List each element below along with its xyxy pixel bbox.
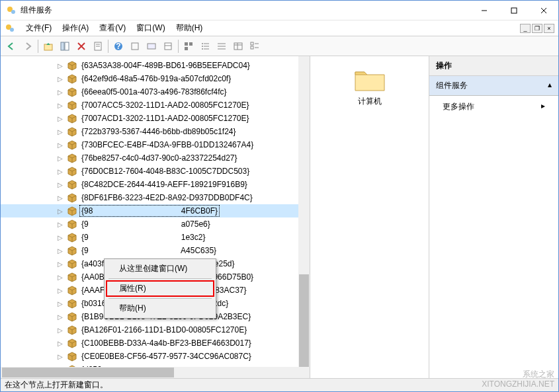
tb-button-2[interactable] xyxy=(144,38,159,54)
menu-window[interactable]: 窗口(W) xyxy=(131,21,170,35)
tree-item[interactable]: ▷{8C482DCE-2644-4419-AEFF-189219F916B9} xyxy=(1,178,310,191)
tree-item[interactable]: ▷{7007ACC5-3202-11D1-AAD2-00805FC1270E} xyxy=(1,98,310,112)
scroll-thumb[interactable] xyxy=(299,274,309,367)
menu-action[interactable]: 操作(A) xyxy=(57,21,94,35)
expander-icon[interactable]: ▷ xyxy=(56,340,64,347)
svg-rect-38 xyxy=(251,46,253,49)
content-item-label[interactable]: 计算机 xyxy=(317,96,422,107)
tb-button-3[interactable] xyxy=(160,38,176,54)
svg-rect-18 xyxy=(132,43,138,50)
expander-icon[interactable]: ▷ xyxy=(56,155,64,162)
tree-item[interactable]: ▷{98 4F6CB0F} xyxy=(1,204,310,217)
expander-icon[interactable]: ▷ xyxy=(56,141,64,149)
minimize-button[interactable] xyxy=(469,1,499,20)
package-icon xyxy=(67,139,77,150)
expander-icon[interactable]: ▷ xyxy=(56,89,64,96)
tree-item[interactable]: ▷{8DF61FB6-3223-4E2D-8A92-D937DDB0DF4C} xyxy=(1,191,310,204)
expander-icon[interactable]: ▷ xyxy=(56,115,64,122)
close-button[interactable] xyxy=(529,1,558,20)
tree-item[interactable]: ▷{730BFCEC-E4BF-4D3A-9FBB-01DD132467A4} xyxy=(1,138,310,151)
expander-icon[interactable]: ▷ xyxy=(56,247,64,255)
more-actions[interactable]: 更多操作 ▸ xyxy=(429,96,558,118)
expander-icon[interactable]: ▷ xyxy=(56,260,64,268)
tree-item[interactable]: ▷{642ef9d6-48a5-476b-919a-a507cfd02c0f} xyxy=(1,72,310,85)
svg-rect-8 xyxy=(44,44,52,50)
view-detail[interactable] xyxy=(230,38,246,54)
expander-icon[interactable]: ▷ xyxy=(56,221,64,228)
package-icon xyxy=(67,166,77,176)
menubar-app-icon xyxy=(5,23,15,34)
expander-icon[interactable]: ▷ xyxy=(56,300,64,307)
tb-button-1[interactable] xyxy=(127,38,143,54)
tree-item-label: {BA126F01-2166-11D1-B1D0-00805FC1270E} xyxy=(80,325,248,335)
horizontal-scrollbar[interactable] xyxy=(1,367,298,378)
tree-item[interactable]: ▷{CE0E0BE8-CF56-4577-9577-34CC96AC087C} xyxy=(1,350,310,363)
expander-icon[interactable]: ▷ xyxy=(56,234,64,241)
menu-file[interactable]: 文件(F) xyxy=(21,21,57,35)
tree-item[interactable]: ▷{63A53A38-004F-489B-BD61-96B5EEFADC04} xyxy=(1,59,310,72)
more-actions-label: 更多操作 xyxy=(443,101,474,112)
tree-item[interactable]: ▷{BA126F01-2166-11D1-B1D0-00805FC1270E} xyxy=(1,323,310,336)
ctx-properties[interactable]: 属性(R) xyxy=(106,280,214,297)
tree-panel[interactable]: ▷{63A53A38-004F-489B-BD61-96B5EEFADC04}▷… xyxy=(1,56,310,378)
tree-item[interactable]: ▷{9 a075e6} xyxy=(1,217,310,231)
tree-item[interactable]: ▷{66eea0f5-001a-4073-a496-783f86fcf4fc} xyxy=(1,85,310,98)
scroll-thumb[interactable] xyxy=(2,368,174,377)
tree-item-label: {C100BEBB-D33A-4a4b-BF23-BBEF4663D017} xyxy=(80,338,253,348)
collapse-icon[interactable]: ▴ xyxy=(548,80,552,91)
tree-item[interactable]: ▷{9 1e3c2} xyxy=(1,231,310,244)
actions-section[interactable]: 组件服务 ▴ xyxy=(429,76,558,96)
expander-icon[interactable]: ▷ xyxy=(56,62,64,69)
mdi-restore[interactable]: ❐ xyxy=(532,24,542,33)
expander-icon[interactable]: ▷ xyxy=(56,208,64,215)
statusbar: 在这个节点上打开新建窗口。 xyxy=(1,378,558,391)
expander-icon[interactable]: ▷ xyxy=(56,274,64,281)
tree-item[interactable]: ▷{C100BEBB-D33A-4a4b-BF23-BBEF4663D017} xyxy=(1,336,310,350)
ctx-help[interactable]: 帮助(H) xyxy=(106,300,214,317)
mdi-close[interactable]: × xyxy=(544,24,554,33)
view-small-icons[interactable] xyxy=(197,38,213,54)
separator xyxy=(108,40,108,53)
tree-item-label: {98 4F6CB0F} xyxy=(80,206,219,216)
delete-button[interactable] xyxy=(73,38,89,54)
properties-button[interactable] xyxy=(90,38,106,54)
expander-icon[interactable]: ▷ xyxy=(56,168,64,175)
expander-icon[interactable]: ▷ xyxy=(56,75,64,83)
ctx-create-window[interactable]: 从这里创建窗口(W) xyxy=(106,260,214,277)
vertical-scrollbar[interactable] xyxy=(298,56,310,378)
actions-section-label: 组件服务 xyxy=(436,80,468,91)
tree-item[interactable]: ▷{7007ACD1-3202-11D1-AAD2-00805FC1270E} xyxy=(1,112,310,125)
forward-button[interactable] xyxy=(20,38,36,54)
view-list[interactable] xyxy=(214,38,230,54)
tree-item[interactable]: ▷{76D0CB12-7604-4048-B83C-1005C7DDC503} xyxy=(1,165,310,178)
tree-item-label: {730BFCEC-E4BF-4D3A-9FBB-01DD132467A4} xyxy=(80,139,255,150)
expander-icon[interactable]: ▷ xyxy=(56,181,64,188)
help-button[interactable]: ? xyxy=(110,38,126,54)
content-panel[interactable]: 计算机 xyxy=(310,56,429,378)
menu-view[interactable]: 查看(V) xyxy=(94,21,131,35)
tree-item[interactable]: ▷{76be8257-c4c0-4d37-90c0-a23372254d27} xyxy=(1,151,310,165)
expander-icon[interactable]: ▷ xyxy=(56,194,64,202)
expander-icon[interactable]: ▷ xyxy=(56,353,64,360)
up-level-button[interactable] xyxy=(40,38,56,54)
folder-large-icon[interactable] xyxy=(354,67,386,93)
maximize-button[interactable] xyxy=(499,1,529,20)
expander-icon[interactable]: ▷ xyxy=(56,327,64,334)
package-icon xyxy=(67,285,77,295)
show-tree-button[interactable] xyxy=(57,38,73,54)
tree-item-label: {66eea0f5-001a-4073-a496-783f86fcf4fc} xyxy=(80,87,228,97)
expander-icon[interactable]: ▷ xyxy=(56,287,64,294)
svg-rect-23 xyxy=(189,42,193,46)
expander-icon[interactable]: ▷ xyxy=(56,102,64,109)
expander-icon[interactable]: ▷ xyxy=(56,313,64,321)
svg-rect-3 xyxy=(511,8,517,13)
expander-icon[interactable]: ▷ xyxy=(56,128,64,136)
menu-help[interactable]: 帮助(H) xyxy=(171,21,208,35)
svg-point-29 xyxy=(202,48,203,50)
tree-item[interactable]: ▷{9 A45C635} xyxy=(1,244,310,257)
view-large-icons[interactable] xyxy=(181,38,196,54)
back-button[interactable] xyxy=(3,38,19,54)
tree-item[interactable]: ▷{722b3793-5367-4446-b6bb-db89b05c1f24} xyxy=(1,125,310,138)
mdi-minimize[interactable]: _ xyxy=(520,24,531,33)
view-tiles[interactable] xyxy=(247,38,263,54)
